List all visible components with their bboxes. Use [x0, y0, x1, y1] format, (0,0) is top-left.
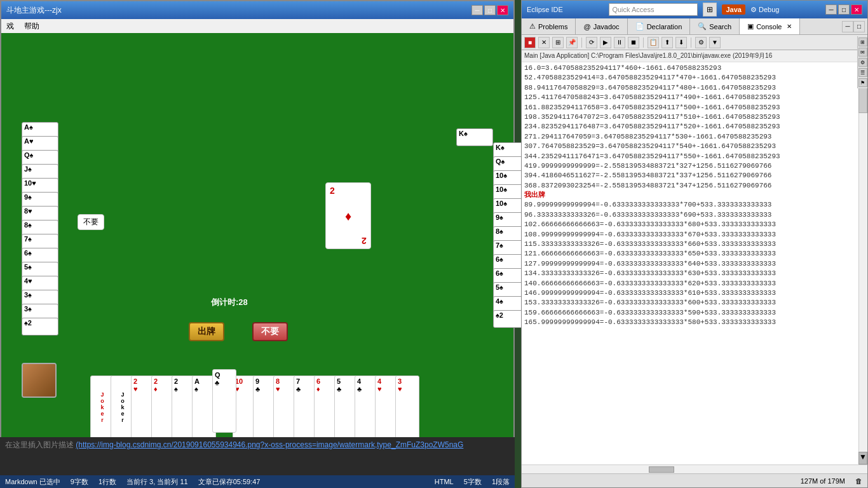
game-menubar: 戏 帮助 [1, 19, 513, 33]
console-line-13: 我出牌 [524, 191, 856, 200]
problems-icon: ⚠ [529, 22, 536, 30]
console-line-8: 307.7647058823529=3.6470588235294117*540… [524, 142, 856, 151]
tab-search[interactable]: 🔍 Search [690, 18, 740, 34]
console-line-6: 234.82352941176487=3.6470588235294117*52… [524, 122, 856, 132]
maximize-button[interactable]: □ [484, 5, 496, 15]
tab-problems-label: Problems [538, 23, 567, 30]
console-close-icon[interactable]: ✕ [787, 23, 792, 30]
memory-icon: 🗑 [855, 477, 862, 485]
quick-access-label: Quick Access [612, 6, 654, 13]
memory-status: 127M of 179M [801, 477, 845, 485]
console-line-23: 146.99999999999994=-0.6333333333333333*6… [524, 288, 856, 298]
menu-item-game[interactable]: 戏 [6, 21, 14, 32]
separator-3 [691, 37, 691, 48]
side-icon-4[interactable]: ☰ [858, 68, 867, 77]
console-scrollbar[interactable]: ▲ ▼ [858, 62, 867, 464]
hand-card-Q[interactable]: Q♣ [212, 369, 236, 433]
side-icon-1[interactable]: ⊞ [858, 37, 867, 46]
timer: 倒计时:28 [211, 297, 248, 308]
md-mode: Markdown 已选中 [5, 477, 60, 487]
console-clear-button[interactable]: ✕ [538, 37, 550, 48]
ide-content: 16.0=3.6470588235294117*460+-1661.647058… [522, 62, 867, 464]
console-action-2[interactable]: ▶ [600, 37, 611, 48]
console-line-0: 16.0=3.6470588235294117*460+-1661.647058… [524, 64, 856, 73]
ide-console-bar: ■ ✕ ⊞ 📌 ⟳ ▶ ⏸ ⏹ 📋 ⬆ ⬇ ⚙ ▼ [522, 35, 867, 50]
hand-card-3h[interactable]: 3♥ [395, 376, 419, 439]
java-badge: Java [722, 4, 745, 15]
console-action-5[interactable]: 📋 [648, 37, 659, 48]
quick-access-input[interactable]: Quick Access [609, 3, 698, 16]
md-saved: 文章已保存05:59:47 [198, 477, 261, 487]
minimize-view-button[interactable]: ─ [842, 21, 853, 32]
timer-label: 倒计时: [211, 297, 238, 307]
console-line-5: 198.35294117647072=3.6470588235294117*51… [524, 112, 856, 122]
console-line-24: 153.33333333333326=-0.6333333333333333*6… [524, 298, 856, 308]
console-action-3[interactable]: ⏸ [614, 37, 625, 48]
tab-problems[interactable]: ⚠ Problems [522, 18, 576, 34]
console-line-21: 134.33333333333326=-0.6333333333333333*6… [524, 269, 856, 278]
console-scroll-lock[interactable]: ⊞ [552, 37, 564, 48]
no-button[interactable]: 不要 [252, 322, 288, 341]
console-action-9[interactable]: ▼ [709, 37, 721, 48]
debug-label: ⚙ Debug [750, 6, 779, 14]
center-card-label: 2 [330, 186, 335, 196]
declaration-icon: 📄 [635, 22, 644, 30]
center-played-card: 2 ♦ 2 [325, 182, 371, 249]
ide-minimize-button[interactable]: ─ [825, 4, 837, 15]
play-button[interactable]: 出牌 [189, 322, 224, 341]
close-button[interactable]: ✕ [497, 5, 508, 15]
md-paragraphs: 1段落 [492, 477, 510, 487]
console-action-7[interactable]: ⬇ [675, 37, 687, 48]
game-area: A♠ A♥ Q♠ J♠ 10♥ 9♠ 8♥ 8♠ 7♠ 6♠ 5♠ 4♥ 3♠ … [1, 33, 513, 487]
scrollbar-down-arrow[interactable]: ▼ [858, 452, 867, 464]
tab-console[interactable]: ▣ Console ✕ [740, 18, 800, 34]
tab-javadoc-label: Javadoc [593, 23, 620, 30]
timer-value: 28 [238, 297, 247, 307]
md-content: 在这里插入图片描述 (https://img-blog.csdnimg.cn/2… [0, 437, 515, 475]
console-pin[interactable]: 📌 [566, 37, 578, 48]
search-icon: 🔍 [698, 22, 707, 30]
console-line-3: 125.41176470588243=3.6470588235294117*49… [524, 93, 856, 102]
bottom-scrollbar[interactable] [522, 464, 867, 473]
side-icon-5[interactable]: ⚑ [858, 78, 867, 87]
javadoc-icon: @ [583, 23, 590, 30]
scroll-thumb-horizontal[interactable] [649, 466, 674, 473]
console-line-7: 271.294117647059=3.6470588235294117*530+… [524, 132, 856, 142]
console-line-18: 115.33333333333326=-0.6333333333333333*6… [524, 240, 856, 249]
player-hand: Joker Joker 2♥ 2♦ 2♠ A♠ Q♣ 10♥ 9♣ 8♥ 7♣ … [90, 376, 419, 439]
ide-tabs: ⚠ Problems @ Javadoc 📄 Declaration 🔍 Sea… [522, 18, 867, 35]
game-title: 斗地主游戏---zjx [6, 5, 62, 16]
md-statusbar: Markdown 已选中 9字数 1行数 当前行 3, 当前列 11 文章已保存… [0, 475, 515, 488]
tab-declaration[interactable]: 📄 Declaration [628, 18, 691, 34]
console-line-2: 88.94117647058829=3.6470588235294117*480… [524, 83, 856, 93]
side-icon-3[interactable]: ⚙ [858, 58, 867, 67]
terminate-button[interactable]: ■ [524, 37, 536, 48]
md-image-link[interactable]: (https://img-blog.csdnimg.cn/20190916055… [76, 440, 463, 449]
ide-maximize-button[interactable]: □ [838, 4, 850, 15]
speech-text-left: 不要 [83, 217, 98, 226]
center-card-suit: ♦ [345, 208, 351, 223]
ide-close-button[interactable]: ✕ [851, 4, 862, 15]
minimize-button[interactable]: ─ [471, 5, 483, 15]
console-line-14: 89.99999999999994=-0.6333333333333333*70… [524, 200, 856, 210]
console-action-8[interactable]: ⚙ [695, 37, 707, 48]
console-action-4[interactable]: ⏹ [628, 37, 639, 48]
console-title: Main [Java Application] C:\Program Files… [524, 52, 772, 59]
md-chars: 9字数 [71, 477, 88, 487]
ide-toolbar-icon-1[interactable]: ⊞ [703, 3, 717, 17]
console-action-6[interactable]: ⬆ [661, 37, 673, 48]
tab-javadoc[interactable]: @ Javadoc [576, 18, 627, 34]
menu-item-help[interactable]: 帮助 [24, 21, 39, 32]
side-icon-2[interactable]: ✉ [858, 48, 867, 57]
tab-search-label: Search [709, 23, 731, 30]
ide-window: Eclipse IDE Quick Access ⊞ Java ⚙ Debug … [521, 0, 868, 488]
md-placeholder: 在这里插入图片描述 [5, 440, 74, 449]
console-action-1[interactable]: ⟳ [586, 37, 597, 48]
ide-status-bar: 127M of 179M 🗑 [522, 473, 867, 487]
separator-2 [643, 37, 644, 48]
md-position: 当前行 3, 当前列 11 [126, 477, 188, 487]
maximize-view-button[interactable]: □ [853, 21, 865, 32]
console-line-15: 96.33333333333326=-0.6333333333333333*69… [524, 210, 856, 220]
console-output[interactable]: 16.0=3.6470588235294117*460+-1661.647058… [522, 62, 858, 464]
center-card-label-bottom: 2 [362, 236, 367, 246]
